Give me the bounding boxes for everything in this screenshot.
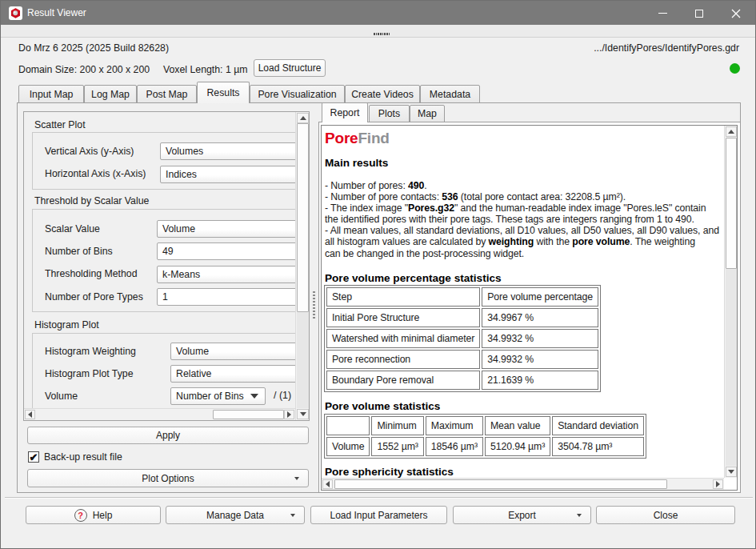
text-run: - All mean values, all standard deviatio… [325, 225, 719, 236]
apply-button[interactable]: Apply [27, 427, 309, 444]
scroll-left-button[interactable] [25, 410, 35, 419]
scrollbar-thumb[interactable] [213, 410, 284, 419]
results-tab-pane: Scatter Plot Vertical Axis (y-Axis) Volu… [17, 102, 741, 493]
porefind-logo-find: Find [358, 130, 389, 146]
minimize-button[interactable] [644, 1, 681, 26]
status-indicator-dot [730, 63, 740, 74]
tab-results[interactable]: Results [197, 82, 250, 103]
scroll-up-button[interactable] [297, 113, 309, 123]
table-row: Volume1552 µm³18546 µm³5120.94 µm³3504.7… [326, 437, 644, 456]
scrollbar-thumb[interactable] [334, 479, 667, 489]
tab-create-videos[interactable]: Create Videos [345, 85, 420, 103]
text-run: 536 [442, 191, 458, 202]
manage-data-button[interactable]: Manage Data [166, 506, 305, 524]
maximize-button[interactable] [681, 1, 718, 26]
report-line: can be changed in the post-processing wi… [325, 248, 719, 259]
result-file-path: .../IdentifyPores/IdentifyPores.gdr [594, 42, 739, 54]
field-label-number-of-pore-types: Number of Pore Types [45, 291, 143, 303]
report-line: the identified pores with their pore tag… [325, 214, 719, 225]
tab-post-map[interactable]: Post Map [137, 85, 197, 103]
report-line: - Number of pores: 490. [325, 180, 719, 191]
backup-checkbox[interactable]: ✔ [28, 451, 39, 463]
table-header-cell: Maximum [426, 416, 483, 435]
tab-plots[interactable]: Plots [369, 105, 410, 122]
table-cell: Volume [326, 437, 370, 456]
histogram-plot-type-combobox[interactable]: Relative [170, 365, 295, 383]
field-label-scalar-value: Scalar Value [45, 223, 100, 234]
horizontal-axis-combobox[interactable]: Indices [160, 166, 295, 183]
scroll-down-button[interactable] [726, 467, 737, 477]
report-frame: PoreFind Main results - Number of pores:… [321, 125, 738, 491]
tab-pore-visualization[interactable]: Pore Visualization [250, 85, 345, 103]
panel-splitter-handle[interactable] [313, 291, 315, 320]
text-run: 490 [408, 180, 424, 191]
group-title-scatter-plot: Scatter Plot [34, 119, 86, 130]
field-label-volume: Volume [45, 391, 78, 402]
pore-volume-statistics-table: MinimumMaximumMean valueStandard deviati… [324, 414, 646, 459]
heading-main-results: Main results [325, 157, 388, 169]
field-label-vertical-axis: Vertical Axis (y-Axis) [45, 146, 134, 157]
table-row: Boundary Pore removal21.1639 % [326, 371, 598, 390]
histogram-weighting-combobox[interactable]: Volume [170, 343, 295, 360]
tab-log-map[interactable]: Log Map [84, 85, 137, 103]
heading-pore-sphericity-statistics: Pore sphericity statistics [325, 466, 454, 478]
number-of-pore-types-input[interactable]: 1 [157, 288, 295, 306]
scrollbar-thumb[interactable] [297, 123, 309, 312]
scroll-right-button[interactable] [713, 479, 723, 489]
arrow-up-icon [300, 116, 306, 120]
scroll-right-button[interactable] [284, 410, 294, 419]
close-button[interactable] [718, 1, 754, 26]
tab-input-map[interactable]: Input Map [18, 85, 84, 103]
load-input-parameters-label: Load Input Parameters [330, 510, 427, 521]
table-cell: Watershed with minimal diameter [326, 329, 480, 348]
report-vertical-scrollbar[interactable] [724, 126, 737, 478]
table-cell: Pore reconnection [326, 350, 480, 369]
pore-volume-percentage-table: StepPore volume percentageInitial Pore S… [324, 285, 601, 392]
report-horizontal-scrollbar[interactable] [322, 478, 724, 490]
table-header-row: StepPore volume percentage [326, 287, 598, 307]
scrollbar-thumb[interactable] [726, 138, 737, 269]
table-header-cell: Pore volume percentage [482, 287, 598, 307]
tab-report[interactable]: Report [322, 102, 368, 122]
scalar-value-combobox[interactable]: Volume [157, 220, 295, 238]
table-header-cell: Step [326, 287, 480, 307]
scroll-left-button[interactable] [322, 479, 333, 489]
result-viewer-window: Result Viewer Do Mrz 6 2025 (2025 Build … [0, 0, 756, 549]
volume-bins-combobox[interactable]: Number of Bins [170, 387, 266, 405]
title-bar[interactable]: Result Viewer [1, 1, 755, 26]
text-run: all histogram values are calculated by [325, 236, 489, 247]
voxel-length-label: Voxel Length: 1 µm [163, 64, 248, 75]
report-viewport: PoreFind Main results - Number of pores:… [322, 126, 724, 478]
report-line: - Number of pore contacts: 536 (total po… [325, 191, 719, 202]
close-dialog-button[interactable]: Close [596, 506, 735, 524]
left-horizontal-scrollbar[interactable] [24, 408, 295, 420]
tab-metadata[interactable]: Metadata [420, 85, 480, 103]
splitter-handle-icon[interactable] [374, 33, 390, 35]
load-structure-button[interactable]: Load Structure [254, 59, 326, 77]
help-button[interactable]: ? Help [26, 506, 161, 524]
arrow-right-icon [287, 411, 291, 418]
left-vertical-scrollbar[interactable] [295, 112, 309, 420]
maximize-icon [695, 10, 703, 18]
table-header-row: MinimumMaximumMean valueStandard deviati… [326, 416, 644, 435]
text-run: " and the human-readable index image "Po… [454, 202, 706, 214]
number-of-bins-input[interactable]: 49 [157, 242, 295, 260]
vertical-axis-combobox[interactable]: Volumes [160, 142, 295, 160]
porefind-logo-pore: Pore [325, 130, 358, 146]
footer-separator [5, 497, 753, 499]
app-icon [9, 6, 22, 20]
plot-options-viewport: Scatter Plot Vertical Axis (y-Axis) Volu… [24, 112, 295, 408]
scroll-down-button[interactable] [297, 409, 309, 419]
export-button[interactable]: Export [453, 506, 591, 524]
help-label: Help [93, 510, 113, 521]
tab-map[interactable]: Map [410, 105, 445, 122]
report-line: all histogram values are calculated by w… [325, 236, 719, 247]
heading-pore-volume-percentage: Pore volume percentage statistics [325, 272, 502, 284]
load-input-parameters-button[interactable]: Load Input Parameters [310, 506, 447, 524]
backup-checkbox-label[interactable]: Back-up result file [44, 451, 122, 463]
thresholding-method-combobox[interactable]: k-Means [157, 266, 295, 283]
plot-options-button[interactable]: Plot Options [27, 469, 309, 487]
scroll-up-button[interactable] [726, 126, 737, 137]
text-run: Pores.g32 [408, 202, 454, 214]
window-title: Result Viewer [27, 1, 86, 25]
